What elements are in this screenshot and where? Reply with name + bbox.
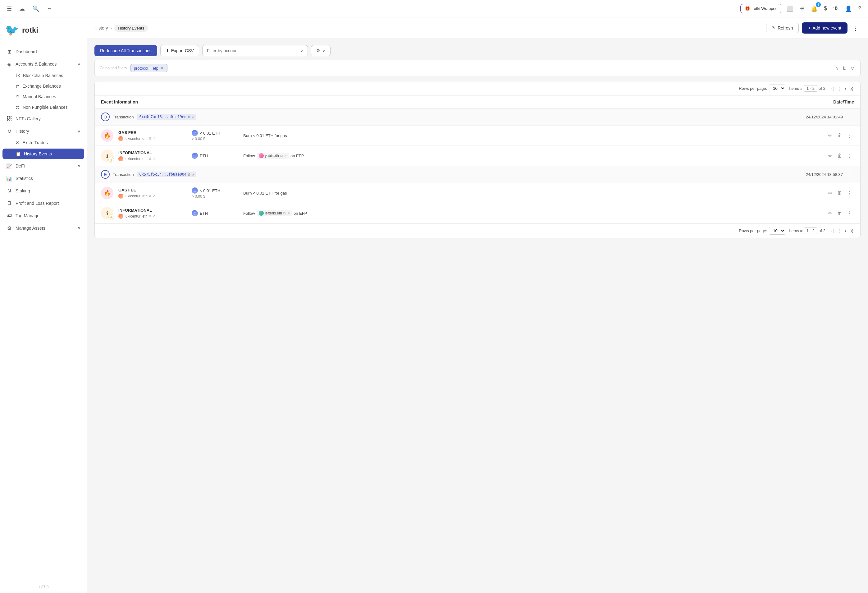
tag-icon: 🏷 — [6, 213, 12, 219]
items-range[interactable]: 1 - 2 — [804, 85, 817, 92]
edit-event-button[interactable]: ✏ — [827, 209, 834, 218]
delete-event-button[interactable]: 🗑 — [836, 131, 844, 140]
add-event-button[interactable]: + Add new event — [802, 22, 847, 34]
copy-hash-button[interactable]: ⧉ — [187, 172, 190, 176]
copy-account-button[interactable]: ⧉ — [149, 214, 151, 218]
edit-event-button[interactable]: ✏ — [827, 131, 834, 140]
sidebar-item-label: Dashboard — [16, 49, 80, 54]
recode-transactions-button[interactable]: Redecode All Transactions — [94, 45, 157, 56]
sidebar-item-exchange-balances[interactable]: ⇄ Exchange Balances — [0, 81, 87, 92]
copy-account-button[interactable]: ⧉ — [149, 157, 151, 161]
user-icon[interactable]: 👤 — [843, 3, 854, 14]
open-hash-button[interactable]: ↗ — [192, 172, 194, 176]
sidebar-item-history[interactable]: ↺ History ∧ — [0, 125, 87, 138]
copy-account-button[interactable]: ⧉ — [149, 136, 151, 140]
sidebar-item-accounts-balances[interactable]: ◈ Accounts & Balances ∧ — [0, 58, 87, 70]
event-details: GAS FEE lukicenturi.eth ⧉ ↗ — [118, 130, 187, 141]
open-account-button[interactable]: ↗ — [152, 214, 155, 218]
filter-combined-actions: ⇅ ▽ — [841, 65, 855, 72]
help-icon[interactable]: ? — [856, 3, 863, 14]
transaction-icon: ⊖ — [101, 170, 110, 179]
event-more-button[interactable]: ⋮ — [845, 188, 854, 198]
sidebar-logo: 🐦 rotki — [0, 18, 87, 43]
search-icon[interactable]: 🔍 — [31, 3, 41, 14]
sidebar-item-label: Statistics — [16, 176, 80, 181]
export-csv-button[interactable]: ⬆ Export CSV — [160, 45, 199, 56]
history-submenu: ✕ Exch. Trades 📋 History Events — [0, 138, 87, 159]
copy-address-button[interactable]: ⧉ — [280, 154, 283, 158]
last-page-button[interactable]: ⟩⟩ — [849, 85, 855, 92]
pnl-icon: 🗒 — [6, 200, 12, 206]
next-page-button[interactable]: ⟩ — [843, 85, 848, 92]
per-page-select-bottom[interactable]: 10 25 50 — [769, 227, 785, 235]
event-more-button[interactable]: ⋮ — [845, 131, 854, 140]
prev-page-button[interactable]: ⟨ — [837, 85, 842, 92]
eth-icon: ⬡ — [192, 152, 198, 159]
eth-icon: ⬡ — [192, 188, 198, 194]
pagination-nav: ⟨⟨ ⟨ ⟩ ⟩⟩ — [829, 85, 855, 92]
combined-filters-input[interactable] — [170, 66, 833, 71]
filter-account-dropdown[interactable]: Filter by account ∨ — [202, 45, 308, 56]
copy-account-button[interactable]: ⧉ — [149, 194, 151, 198]
first-page-button[interactable]: ⟨⟨ — [829, 85, 836, 92]
sidebar-item-statistics[interactable]: 📊 Statistics — [0, 172, 87, 185]
open-account-button[interactable]: ↗ — [152, 194, 155, 198]
sidebar-item-manual-balances[interactable]: ⚖ Manual Balances — [0, 92, 87, 102]
sidebar-item-nfts-gallery[interactable]: 🖼 NFTs Gallery — [0, 112, 87, 125]
sidebar-item-profit-loss[interactable]: 🗒 Profit and Loss Report — [0, 197, 87, 210]
eye-icon[interactable]: 👁 — [831, 3, 841, 14]
filter-settings-button[interactable]: ⚙ ∨ — [311, 45, 331, 56]
last-page-button-bottom[interactable]: ⟩⟩ — [849, 227, 855, 235]
sidebar-item-defi[interactable]: 📈 DeFi ∨ — [0, 160, 87, 172]
refresh-button[interactable]: ↻ Refresh — [766, 23, 799, 33]
transaction-group: ⊖ Transaction 0x575f5c34...fb8ae004 ⧉ ↗ … — [95, 166, 860, 223]
open-hash-button[interactable]: ↗ — [192, 115, 194, 119]
sidebar-item-non-fungible-balances[interactable]: ⚖ Non Fungible Balances — [0, 102, 87, 112]
back-icon[interactable]: ← — [45, 3, 54, 14]
transaction-more-button[interactable]: ⋮ — [846, 112, 854, 121]
sidebar-item-manage-assets[interactable]: ⚙ Manage Assets ∨ — [0, 222, 87, 234]
page-more-button[interactable]: ⋮ — [850, 22, 861, 34]
per-page-select[interactable]: 10 25 50 — [769, 84, 785, 92]
display-icon[interactable]: ⬜ — [785, 3, 795, 14]
delete-event-button[interactable]: 🗑 — [836, 151, 844, 160]
delete-event-button[interactable]: 🗑 — [836, 188, 844, 198]
event-more-button[interactable]: ⋮ — [845, 209, 854, 218]
delete-event-button[interactable]: 🗑 — [836, 209, 844, 218]
first-page-button-bottom[interactable]: ⟨⟨ — [829, 227, 836, 235]
col-datetime-header[interactable]: ↓ Date/Time — [830, 99, 854, 104]
event-actions: ✏ 🗑 ⋮ — [827, 188, 854, 198]
breadcrumb-parent[interactable]: History — [94, 25, 108, 31]
open-account-button[interactable]: ↗ — [152, 157, 155, 161]
edit-event-button[interactable]: ✏ — [827, 151, 834, 161]
next-page-button-bottom[interactable]: ⟩ — [843, 227, 848, 235]
notification-wrapper: 🔔 1 — [809, 3, 819, 14]
cloud-icon[interactable]: ☁ — [18, 3, 27, 14]
items-range-bottom[interactable]: 1 - 2 — [804, 228, 817, 234]
main-content: History › History Events ↻ Refresh + Add… — [87, 18, 868, 593]
menu-icon[interactable]: ☰ — [5, 3, 14, 14]
event-more-button[interactable]: ⋮ — [845, 151, 854, 161]
open-address-button[interactable]: ↗ — [287, 211, 290, 215]
filter-sort-button[interactable]: ⇅ — [841, 65, 847, 72]
open-address-button[interactable]: ↗ — [284, 154, 287, 158]
sidebar-item-exch-trades[interactable]: ✕ Exch. Trades — [0, 138, 87, 148]
sidebar-item-blockchain-balances[interactable]: ⛓ Blockchain Balances — [0, 70, 87, 81]
filter-funnel-button[interactable]: ▽ — [850, 65, 855, 72]
dollar-icon[interactable]: $ — [822, 3, 829, 14]
theme-icon[interactable]: ☀ — [798, 3, 806, 14]
transaction-more-button[interactable]: ⋮ — [846, 170, 854, 179]
address-avatar — [259, 153, 264, 158]
copy-address-button[interactable]: ⧉ — [283, 211, 286, 215]
sidebar-item-staking[interactable]: 🗓 Staking — [0, 185, 87, 197]
open-account-button[interactable]: ↗ — [152, 136, 155, 140]
sidebar-item-history-events[interactable]: 📋 History Events — [3, 149, 84, 159]
copy-hash-button[interactable]: ⧉ — [187, 115, 190, 119]
edit-event-button[interactable]: ✏ — [827, 188, 834, 198]
sidebar-item-dashboard[interactable]: ⊞ Dashboard — [0, 45, 87, 58]
breadcrumb: History › History Events — [94, 25, 148, 32]
filter-tag-remove-button[interactable]: ✕ — [160, 66, 164, 71]
prev-page-button-bottom[interactable]: ⟨ — [837, 227, 842, 235]
sidebar-item-tag-manager[interactable]: 🏷 Tag Manager — [0, 210, 87, 222]
rotki-wrapped-button[interactable]: 🎁 rotki Wrapped — [740, 4, 782, 13]
